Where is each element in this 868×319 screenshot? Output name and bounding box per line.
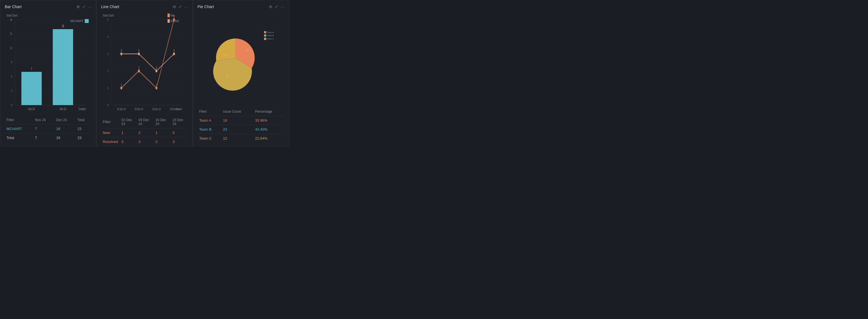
bar-chart-icons: ⊕ ⤢ ··· — [76, 4, 92, 9]
line-chart-area: Issue Count New Resolved 0 1 2 3 — [101, 12, 188, 116]
svg-text:6: 6 — [11, 75, 12, 78]
bar-chart-title: Bar Chart — [5, 4, 22, 9]
bar-chart-svg: Issue Count 0 3 6 9 12 — [5, 12, 92, 116]
bar-table-header-total: Total — [76, 116, 92, 125]
svg-text:16: 16 — [62, 24, 64, 28]
bar-chart-table: Filter: Nov 24 Dec 24 Total MCHART 7 16 … — [5, 116, 92, 142]
more-icon[interactable]: ··· — [184, 4, 188, 9]
dot-new-4 — [173, 18, 175, 21]
bar-chart-legend: MCHART — [70, 19, 89, 23]
table-row: Team B 23 43.40% — [197, 125, 284, 134]
dot-resolved-1 — [120, 52, 122, 56]
line-row-resolved-02dec: 3 — [120, 137, 137, 146]
pie-row-teamc-filter: Team C — [197, 134, 221, 143]
move-icon[interactable]: ⊕ — [173, 4, 176, 9]
pie-chart-svg: Team A Team B Team C — [197, 12, 284, 107]
svg-text:12: 12 — [10, 46, 12, 49]
pie-row-teamc-pct: 22.64% — [253, 134, 284, 143]
dot-new-1 — [120, 86, 122, 90]
svg-text:Created: Created — [176, 108, 182, 111]
line-row-new-filter: New — [101, 129, 120, 137]
bar-legend-label: MCHART — [70, 19, 83, 23]
bar-row-total-total: 23 — [76, 134, 92, 142]
pie-chart-icons: ⊕ ⤢ ··· — [269, 4, 284, 9]
bar-chart-header: Bar Chart ⊕ ⤢ ··· — [5, 4, 92, 9]
bar-table-header-dec24: Dec 24 — [55, 116, 76, 125]
dot-new-2 — [138, 70, 140, 73]
bar-nov24 — [21, 72, 41, 105]
pie-chart-panel: Pie Chart ⊕ ⤢ ··· Team A Team B Team C — [193, 0, 289, 146]
line-chart-panel: Line Chart ⊕ ⤢ ··· Issue Count New Resol… — [96, 0, 192, 146]
pie-table-header-filter: Filter: — [197, 107, 221, 116]
line-table-header-09dec: 09 Dec 24 — [137, 116, 154, 129]
svg-text:3: 3 — [107, 52, 108, 56]
svg-text:12: 12 — [224, 54, 226, 56]
line-chart-icons: ⊕ ⤢ ··· — [173, 4, 188, 9]
svg-text:1: 1 — [121, 83, 122, 86]
move-icon[interactable]: ⊕ — [76, 4, 80, 9]
line-chart-header: Line Chart ⊕ ⤢ ··· — [101, 4, 188, 9]
pie-table-header-count: Issue Count — [221, 107, 253, 116]
line-row-new-16dec: 1 — [154, 129, 171, 137]
more-icon[interactable]: ··· — [88, 4, 92, 9]
line-row-new-23dec: 5 — [171, 129, 188, 137]
dot-resolved-3 — [155, 70, 157, 73]
svg-text:5: 5 — [174, 15, 175, 18]
line-row-resolved-23dec: 3 — [171, 137, 188, 146]
svg-text:15: 15 — [10, 32, 12, 35]
bar-row-total-nov24: 7 — [33, 134, 55, 142]
svg-text:4: 4 — [107, 35, 108, 39]
svg-rect-23 — [167, 13, 170, 17]
bar-row-mchart-dec24: 16 — [55, 125, 76, 134]
bar-table-header-nov24: Nov 24 — [33, 116, 55, 125]
table-row: Resolved 3 3 2 3 — [101, 137, 188, 146]
svg-text:1: 1 — [156, 83, 157, 86]
expand-icon[interactable]: ⤢ — [275, 4, 278, 9]
table-row: Total 7 16 23 — [5, 134, 92, 142]
pie-chart-table: Filter: Issue Count Percentage Team A 18… — [197, 107, 284, 143]
line-row-new-02dec: 1 — [120, 129, 137, 137]
table-row: Team A 18 33.96% — [197, 116, 284, 125]
move-icon[interactable]: ⊕ — [269, 4, 273, 9]
bar-chart-panel: Bar Chart ⊕ ⤢ ··· MCHART Issue Count — [0, 0, 96, 146]
line-table-header-16dec: 16 Dec 24 — [154, 116, 171, 129]
dot-new-3 — [155, 86, 157, 90]
svg-text:Dec 24: Dec 24 — [60, 107, 66, 111]
line-chart-title: Line Chart — [101, 4, 119, 9]
svg-text:Created: Created — [79, 107, 86, 111]
svg-text:Team A: Team A — [267, 31, 274, 34]
bar-row-total-dec24: 16 — [55, 134, 76, 142]
line-chart-svg: Issue Count New Resolved 0 1 2 3 — [101, 12, 188, 116]
pie-row-teama-filter: Team A — [197, 116, 221, 125]
svg-rect-58 — [264, 38, 266, 40]
expand-icon[interactable]: ⤢ — [179, 4, 182, 9]
svg-text:Issue Count: Issue Count — [7, 13, 18, 17]
more-icon[interactable]: ··· — [281, 4, 284, 9]
expand-icon[interactable]: ⤢ — [82, 4, 86, 9]
pie-chart-header: Pie Chart ⊕ ⤢ ··· — [197, 4, 284, 9]
bar-row-mchart-filter: MCHART — [5, 125, 33, 134]
svg-text:2: 2 — [138, 66, 140, 70]
dashboard: Bar Chart ⊕ ⤢ ··· MCHART Issue Count — [0, 0, 289, 146]
table-row: MCHART 7 16 23 — [5, 125, 92, 134]
svg-text:3: 3 — [11, 89, 12, 93]
line-row-resolved-09dec: 3 — [137, 137, 154, 146]
svg-text:3: 3 — [174, 49, 175, 52]
svg-text:02 Dec 24: 02 Dec 24 — [117, 108, 126, 111]
line-row-resolved-filter: Resolved — [101, 137, 120, 146]
line-row-resolved-16dec: 2 — [154, 137, 171, 146]
dot-resolved-2 — [138, 52, 140, 56]
bar-chart-area: MCHART Issue Count 0 3 6 — [5, 12, 92, 116]
svg-text:3: 3 — [138, 49, 140, 52]
svg-text:18: 18 — [246, 49, 249, 51]
bar-dec24 — [53, 29, 73, 105]
table-row: New 1 2 1 5 — [101, 129, 188, 137]
svg-text:7: 7 — [31, 67, 32, 71]
line-table-header-filter: Filter: — [101, 116, 120, 129]
svg-text:0: 0 — [11, 104, 12, 107]
svg-text:Team B: Team B — [267, 34, 274, 37]
bar-table-header-filter: Filter: — [5, 116, 33, 125]
svg-text:23: 23 — [225, 74, 228, 77]
pie-row-teamb-filter: Team B — [197, 125, 221, 134]
pie-row-teama-count: 18 — [221, 116, 253, 125]
